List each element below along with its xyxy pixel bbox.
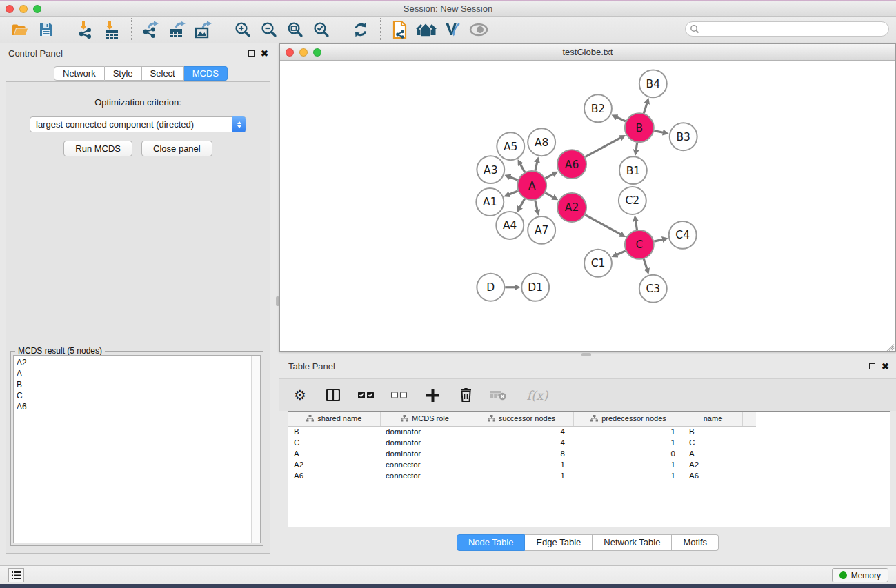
graph-node-A1[interactable]: A1 — [476, 188, 504, 216]
mcds-result-item[interactable]: C — [14, 390, 251, 401]
column-header-MCDS-role[interactable]: MCDS role — [380, 412, 470, 426]
graph-node-B1[interactable]: B1 — [619, 156, 647, 184]
node-table[interactable]: shared nameMCDS rolesuccessor nodesprede… — [288, 411, 890, 527]
graph-node-C2[interactable]: C2 — [619, 187, 646, 214]
table-cell[interactable]: dominator — [380, 426, 470, 437]
import-table-icon[interactable] — [99, 18, 125, 41]
horizontal-splitter-handle[interactable] — [581, 353, 591, 356]
table-cell[interactable]: A6 — [288, 470, 380, 481]
close-panel-icon[interactable]: ✖ — [261, 50, 268, 57]
graph-edge-C-C1[interactable] — [617, 251, 626, 255]
table-cell[interactable]: A2 — [288, 459, 380, 470]
graph-node-A7[interactable]: A7 — [528, 216, 555, 244]
tab-motifs[interactable]: Motifs — [672, 534, 719, 551]
close-table-panel-icon[interactable]: ✖ — [882, 363, 889, 369]
tab-select[interactable]: Select — [142, 66, 184, 81]
import-network-icon[interactable] — [72, 18, 99, 41]
table-settings-icon[interactable]: ⚙ — [292, 387, 308, 403]
tab-network[interactable]: Network — [54, 66, 105, 81]
graph-node-B2[interactable]: B2 — [584, 94, 612, 122]
table-cell[interactable]: A2 — [684, 459, 742, 470]
mcds-result-item[interactable]: A2 — [14, 357, 251, 368]
network-graph[interactable]: B4B2BB3A5A8A6B1A3AC2A1A2A4A7C4CC1C3DD1 — [281, 61, 895, 350]
refresh-icon[interactable] — [348, 18, 374, 41]
criterion-dropdown[interactable]: largest connected component (directed) — [30, 116, 246, 132]
table-cell[interactable]: 1 — [573, 426, 684, 437]
table-cell[interactable]: B — [684, 426, 742, 437]
table-cell[interactable]: C — [288, 437, 380, 448]
graph-node-A5[interactable]: A5 — [497, 132, 524, 160]
float-panel-icon[interactable] — [248, 50, 255, 57]
graph-node-C1[interactable]: C1 — [584, 250, 612, 277]
mcds-result-item[interactable]: B — [14, 379, 251, 390]
table-cell[interactable]: A6 — [684, 470, 742, 481]
graph-node-A8[interactable]: A8 — [528, 128, 555, 156]
graph-node-A[interactable]: A — [517, 171, 546, 200]
mcds-result-item[interactable]: A6 — [14, 401, 251, 412]
table-cell[interactable]: 8 — [470, 448, 573, 459]
graph-node-D1[interactable]: D1 — [521, 274, 549, 301]
graph-node-A6[interactable]: A6 — [557, 150, 586, 179]
tab-node-table[interactable]: Node Table — [457, 534, 526, 551]
column-header-successor-nodes[interactable]: successor nodes — [470, 412, 573, 426]
tab-network-table[interactable]: Network Table — [593, 534, 672, 551]
table-cell[interactable]: connector — [380, 470, 470, 481]
deselect-all-icon[interactable] — [391, 387, 408, 403]
zoom-in-icon[interactable] — [230, 18, 256, 41]
graph-edge-C-C2[interactable] — [635, 221, 637, 230]
graph-node-B4[interactable]: B4 — [639, 70, 667, 97]
graph-edge-B-B2[interactable] — [617, 117, 626, 121]
table-row[interactable]: Cdominator41C — [288, 437, 756, 448]
memory-button[interactable]: Memory — [832, 568, 888, 582]
graph-edge-B-B3[interactable] — [654, 131, 663, 133]
mcds-result-item[interactable]: A — [14, 368, 251, 379]
zoom-selected-icon[interactable] — [308, 18, 335, 41]
graph-node-C4[interactable]: C4 — [669, 221, 697, 249]
close-panel-button[interactable]: Close panel — [141, 141, 212, 156]
add-column-icon[interactable] — [424, 387, 441, 403]
float-table-panel-icon[interactable] — [869, 363, 875, 369]
table-cell[interactable]: C — [684, 437, 742, 448]
show-hide-icon[interactable] — [466, 18, 492, 41]
table-cell[interactable]: 1 — [573, 470, 684, 481]
table-row[interactable]: Adominator80A — [288, 448, 756, 459]
graph-edge-C-C4[interactable] — [654, 239, 662, 241]
export-image-icon[interactable] — [190, 18, 217, 41]
save-session-icon[interactable] — [33, 18, 59, 41]
graph-node-B[interactable]: B — [625, 113, 654, 142]
select-all-icon[interactable] — [358, 387, 375, 403]
table-cell[interactable]: 1 — [470, 459, 573, 470]
task-history-icon[interactable] — [8, 568, 24, 582]
zoom-out-icon[interactable] — [256, 18, 282, 41]
vizmapper-icon[interactable] — [439, 18, 466, 41]
table-cell[interactable]: 0 — [573, 448, 684, 459]
table-row[interactable]: A2connector11A2 — [288, 459, 756, 470]
export-table-icon[interactable] — [164, 18, 190, 41]
table-cell[interactable]: B — [288, 426, 380, 437]
graph-edge-A-A8[interactable] — [535, 162, 537, 170]
table-row[interactable]: A6connector11A6 — [288, 470, 756, 481]
search-input[interactable] — [702, 24, 878, 34]
table-cell[interactable]: A — [684, 448, 742, 459]
table-row[interactable]: Bdominator41B — [288, 426, 756, 437]
table-cell[interactable]: dominator — [380, 448, 470, 459]
open-session-icon[interactable] — [7, 18, 33, 41]
graph-edge-A6-B[interactable] — [585, 138, 620, 157]
delete-column-icon[interactable] — [457, 387, 474, 403]
column-header-shared-name[interactable]: shared name — [288, 412, 380, 426]
graph-edge-A-A1[interactable] — [509, 191, 518, 194]
list-scrollbar[interactable] — [251, 356, 260, 543]
graph-edge-A-A3[interactable] — [510, 177, 517, 180]
table-cell[interactable]: 1 — [470, 470, 573, 481]
graph-edge-A-A6[interactable] — [546, 174, 553, 179]
graph-edge-C-C3[interactable] — [644, 259, 646, 269]
run-mcds-button[interactable]: Run MCDS — [63, 141, 132, 156]
graph-node-A2[interactable]: A2 — [557, 193, 586, 222]
tab-style[interactable]: Style — [105, 66, 142, 81]
graph-edge-A-A5[interactable] — [521, 164, 525, 172]
graph-edge-A2-C[interactable] — [585, 215, 620, 234]
graph-node-D[interactable]: D — [477, 274, 504, 301]
zoom-fit-icon[interactable] — [282, 18, 308, 41]
column-header-predecessor-nodes[interactable]: predecessor nodes — [573, 412, 684, 426]
split-panel-icon[interactable] — [325, 387, 341, 403]
